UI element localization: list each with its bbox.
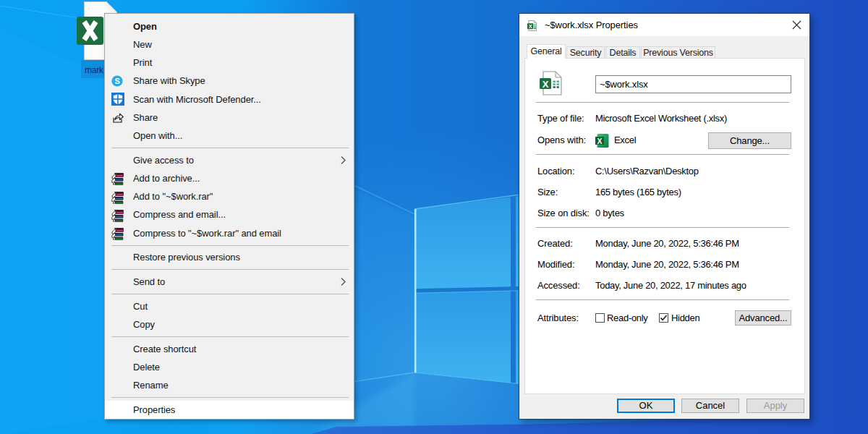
svg-text:S: S [114,77,119,85]
svg-text:X: X [597,137,602,145]
svg-text:X: X [542,79,549,90]
svg-text:X: X [529,23,532,30]
